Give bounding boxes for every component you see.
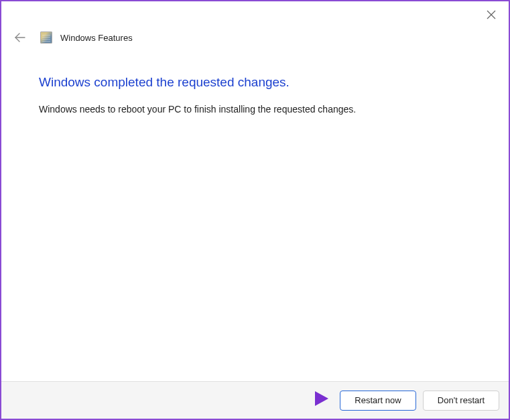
window-title: Windows Features — [60, 33, 133, 43]
restart-now-button[interactable]: Restart now — [340, 391, 416, 411]
dialog-header: Windows Features — [13, 31, 133, 44]
back-arrow-icon[interactable] — [13, 31, 27, 44]
heading-text: Windows completed the requested changes. — [39, 75, 471, 90]
close-icon[interactable] — [485, 8, 498, 21]
dialog-footer: Restart now Don't restart — [1, 381, 509, 419]
dialog-content: Windows completed the requested changes.… — [39, 75, 471, 117]
dont-restart-button[interactable]: Don't restart — [423, 391, 499, 411]
body-text: Windows needs to reboot your PC to finis… — [39, 103, 471, 117]
windows-features-icon — [40, 31, 52, 44]
